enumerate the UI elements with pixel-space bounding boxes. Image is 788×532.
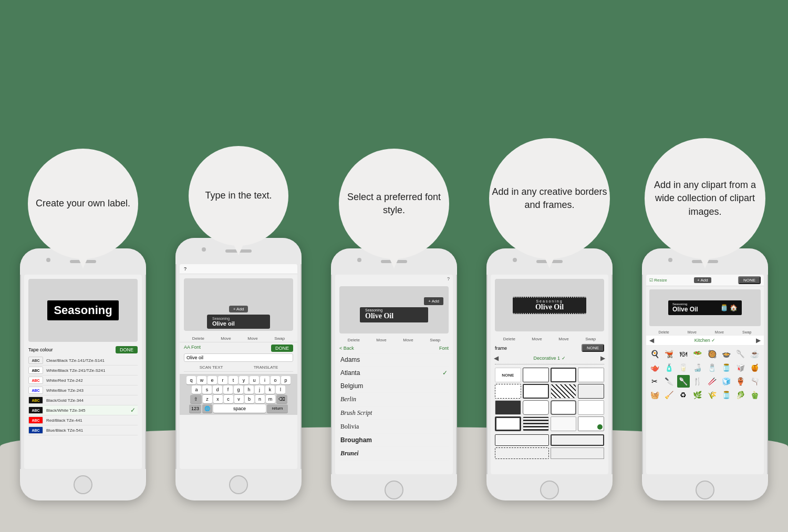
p2-add-button[interactable]: + Add — [229, 306, 248, 312]
key-v[interactable]: v — [234, 395, 244, 403]
p5-move2[interactable]: Move — [715, 330, 724, 334]
icon-cell-17[interactable]: ✂ — [648, 375, 661, 388]
key-d[interactable]: d — [213, 385, 222, 394]
home-button-5[interactable] — [696, 481, 714, 499]
icon-cell-29[interactable]: 🌾 — [706, 389, 718, 401]
home-button-3[interactable] — [385, 481, 403, 499]
p4-move2[interactable]: Move — [558, 337, 569, 341]
font-item-belgium[interactable]: Belgium — [339, 380, 449, 393]
icon-cell-2[interactable]: 🫕 — [662, 348, 675, 360]
font-item-brougham[interactable]: Brougham — [339, 434, 449, 447]
frame-3[interactable] — [578, 368, 604, 382]
icon-cell-19[interactable]: 🥄 — [677, 375, 690, 388]
tape-row-7[interactable]: ABC Red/Black TZe-441 — [28, 415, 138, 425]
p4-move1[interactable]: Move — [532, 337, 542, 341]
frame-10[interactable] — [551, 400, 577, 415]
key-s[interactable]: s — [202, 385, 212, 394]
p3-delete[interactable]: Delete — [348, 338, 360, 342]
p5-prev-arrow[interactable]: ◀ — [649, 337, 654, 344]
key-p[interactable]: p — [281, 376, 291, 384]
icon-cell-15[interactable]: 🥡 — [734, 361, 747, 374]
key-n[interactable]: n — [255, 395, 265, 403]
icon-cell-32[interactable]: 🫑 — [749, 389, 761, 401]
icon-cell-7[interactable]: 🥄 — [734, 348, 747, 360]
key-m[interactable]: m — [266, 395, 275, 403]
key-h[interactable]: h — [244, 385, 254, 394]
icon-cell-5[interactable]: 🥘 — [706, 348, 718, 360]
p2-action-move2[interactable]: Move — [247, 336, 258, 341]
icon-cell-22[interactable]: 🧊 — [720, 375, 732, 388]
none-button-5[interactable]: NONE — [738, 276, 761, 284]
key-l[interactable]: l — [276, 385, 285, 394]
key-u[interactable]: u — [250, 376, 259, 384]
icon-cell-11[interactable]: 🥛 — [677, 361, 690, 374]
font-item-bolivia[interactable]: Bolivia — [339, 420, 449, 434]
font-item-brush-script[interactable]: Brush Script — [339, 406, 449, 420]
tape-row-6[interactable]: ABC Black/White TZe-345 ✓ — [28, 405, 138, 415]
p2-font-input[interactable] — [184, 353, 293, 362]
frame-5[interactable] — [523, 384, 549, 399]
frame-1[interactable] — [523, 368, 549, 382]
wide-frame-4[interactable] — [551, 447, 605, 459]
done-button-1[interactable]: DONE — [116, 346, 138, 353]
icon-cell-6[interactable]: 🍲 — [720, 348, 732, 360]
key-space[interactable]: space — [213, 404, 266, 413]
p4-swap[interactable]: Swap — [585, 337, 596, 341]
frame-9[interactable] — [523, 400, 549, 415]
icon-cell-3[interactable]: 🍽 — [677, 348, 690, 360]
icon-cell-1[interactable]: 🍳 — [648, 348, 661, 360]
key-y[interactable]: y — [239, 376, 248, 384]
key-f[interactable]: f — [223, 385, 233, 394]
key-j[interactable]: j — [255, 385, 264, 394]
p3-move2[interactable]: Move — [403, 338, 413, 342]
p5-next-arrow[interactable]: ▶ — [756, 337, 761, 344]
frame-2[interactable] — [551, 368, 577, 382]
frame-7[interactable] — [578, 384, 604, 399]
frame-14[interactable] — [551, 416, 577, 431]
key-x[interactable]: x — [213, 395, 223, 403]
home-button-2[interactable] — [229, 475, 248, 494]
font-item-brunei[interactable]: Brunei — [339, 447, 449, 461]
p4-next-arrow[interactable]: ▶ — [600, 354, 605, 362]
tape-row-2[interactable]: ABC White/Black TZe-241/TZe-S241 — [28, 366, 138, 375]
frame-11[interactable] — [578, 400, 604, 415]
key-g[interactable]: g — [234, 385, 243, 394]
key-k[interactable]: k — [265, 385, 275, 394]
key-a[interactable]: a — [192, 385, 201, 394]
key-t[interactable]: t — [229, 376, 238, 384]
icon-cell-14[interactable]: 🫙 — [720, 361, 732, 374]
p5-swap[interactable]: Swap — [742, 330, 752, 334]
key-z[interactable]: z — [203, 395, 212, 403]
icon-cell-23[interactable]: 🏺 — [734, 375, 747, 388]
icon-cell-21[interactable]: 🥢 — [706, 375, 718, 388]
p4-prev-arrow[interactable]: ◀ — [494, 354, 499, 362]
icon-cell-13[interactable]: 🧂 — [706, 361, 718, 374]
tape-row-8[interactable]: ABC Blue/Black TZe-541 — [28, 425, 138, 435]
home-button-1[interactable] — [74, 475, 92, 494]
tape-row-5[interactable]: ABC Black/Gold TZe-344 — [28, 395, 138, 405]
p4-delete[interactable]: Delete — [503, 337, 515, 341]
p2-action-delete[interactable]: Delete — [192, 336, 204, 341]
p2-action-move1[interactable]: Move — [221, 336, 231, 341]
frame-15[interactable] — [578, 416, 604, 431]
wide-frame-3[interactable] — [495, 447, 549, 459]
font-item-adams[interactable]: Adams — [339, 353, 449, 367]
key-backspace[interactable]: ⌫ — [276, 395, 287, 403]
p5-delete[interactable]: Delete — [659, 330, 669, 334]
icon-cell-28[interactable]: 🌿 — [691, 389, 704, 401]
icon-cell-31[interactable]: 🥬 — [734, 389, 747, 401]
key-return[interactable]: return — [267, 404, 288, 413]
key-123[interactable]: 123 — [189, 404, 201, 413]
p3-swap[interactable]: Swap — [430, 338, 440, 342]
frame-12[interactable] — [495, 416, 521, 431]
key-i[interactable]: i — [260, 376, 269, 384]
key-e[interactable]: e — [208, 376, 217, 384]
done-button-2[interactable]: DONE — [271, 345, 293, 352]
home-button-4[interactable] — [540, 481, 559, 499]
key-o[interactable]: o — [271, 376, 280, 384]
icon-cell-25[interactable]: 🧺 — [648, 389, 661, 401]
key-c[interactable]: c — [224, 395, 233, 403]
icon-cell-4[interactable]: 🥗 — [691, 348, 704, 360]
key-shift[interactable]: ⇧ — [190, 395, 202, 403]
tape-row-1[interactable]: ABC Clear/Black TZe-141/TZe-S141 — [28, 356, 138, 366]
